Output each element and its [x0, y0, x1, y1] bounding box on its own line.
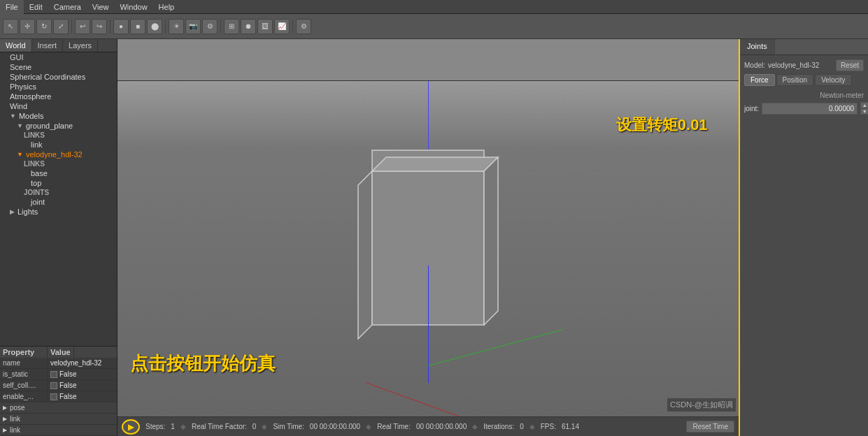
joint-icon[interactable]: ⚙	[202, 19, 218, 34]
menu-window[interactable]: Window	[114, 0, 152, 14]
left-tab-bar: World Insert Layers	[0, 39, 117, 52]
iterations-label: Iterations:	[483, 423, 514, 430]
checkbox-selfcoll[interactable]	[50, 382, 57, 389]
tree-item-base[interactable]: base	[0, 168, 117, 178]
spin-down-button[interactable]: ▼	[860, 108, 868, 115]
tree-item-spherical[interactable]: Spherical Coordinates	[0, 72, 117, 82]
prop-val-isstatic[interactable]: False	[48, 369, 117, 379]
tree-item-models[interactable]: ▼Models	[0, 111, 117, 121]
undo-icon[interactable]: ↩	[75, 19, 90, 34]
tree-item-lights[interactable]: ▶Lights	[0, 207, 117, 217]
menu-help[interactable]: Help	[153, 0, 180, 14]
tree-item-velodyne[interactable]: ▼velodyne_hdl-32	[0, 150, 117, 159]
tree-item-link-gp[interactable]: link	[0, 140, 117, 150]
prop-key-isstatic: is_static	[0, 369, 48, 379]
model-label-text: Model:	[744, 61, 765, 69]
prop-row-name: name velodyne_hdl-32	[0, 358, 117, 369]
grid-icon[interactable]: ⊞	[224, 19, 239, 34]
joint-spinner: ▲ ▼	[860, 102, 868, 115]
settings-icon[interactable]: ⚙	[296, 19, 311, 34]
fps-label: FPS:	[541, 423, 556, 430]
subtab-position[interactable]: Position	[776, 74, 814, 86]
prop-section-link2[interactable]: ▶ link	[0, 425, 117, 436]
menu-file[interactable]: File	[0, 0, 24, 14]
toolbar-sep-4	[220, 20, 221, 34]
simtime-value: 00 00:00:00.000	[310, 423, 360, 430]
chart-icon[interactable]: 📈	[274, 19, 290, 34]
left-panel: World Insert Layers GUI Scene Spherical …	[0, 39, 118, 436]
unit-label: Newton-meter	[744, 92, 864, 99]
pose-arrow-icon: ▶	[3, 405, 7, 411]
checkbox-enable[interactable]	[50, 393, 57, 400]
tree-item-top[interactable]: top	[0, 178, 117, 188]
tree-item-gui[interactable]: GUI	[0, 52, 117, 62]
cylinder-icon[interactable]: ⬤	[147, 19, 162, 34]
tab-world[interactable]: World	[0, 39, 32, 52]
record-icon[interactable]: ⏺	[241, 19, 256, 34]
toolbar-sep-1	[71, 20, 72, 34]
steps-value: 1	[171, 423, 175, 430]
camera-icon[interactable]: 📷	[185, 19, 201, 34]
sep4: ◆	[472, 423, 478, 430]
menu-edit[interactable]: Edit	[24, 0, 48, 14]
statusbar: ▶ Steps: 1 ◆ Real Time Factor: 0 ◆ Sim T…	[118, 416, 739, 436]
model-name-value: velodyne_hdl-32	[768, 61, 819, 69]
tree-item-ground-plane[interactable]: ▼ground_plane	[0, 121, 117, 131]
subtab-velocity[interactable]: Velocity	[815, 74, 851, 86]
subtab-force[interactable]: Force	[744, 74, 775, 86]
select-tool-icon[interactable]: ↖	[3, 19, 18, 34]
model-label-row: Model: velodyne_hdl-32 Reset	[744, 59, 864, 71]
redo-icon[interactable]: ↪	[92, 19, 107, 34]
tree-item-scene[interactable]: Scene	[0, 62, 117, 72]
prop-key-selfcoll: self_coll....	[0, 380, 48, 391]
prop-val-selfcoll[interactable]: False	[48, 380, 117, 391]
tree-item-atmosphere[interactable]: Atmosphere	[0, 92, 117, 101]
3d-scene[interactable]: 设置转矩0.01 点击按钮开始仿真	[118, 81, 739, 416]
tab-layers[interactable]: Layers	[63, 39, 98, 52]
scale-tool-icon[interactable]: ⤢	[53, 19, 69, 34]
iterations-value: 0	[520, 423, 524, 430]
tab-insert[interactable]: Insert	[32, 39, 64, 52]
prop-col-property: Property	[0, 347, 48, 358]
right-panel-content: Model: velodyne_hdl-32 Reset Force Posit…	[740, 55, 868, 122]
link1-arrow-icon: ▶	[3, 416, 7, 422]
menu-camera[interactable]: Camera	[48, 0, 87, 14]
screenshot-icon[interactable]: 🖼	[257, 19, 273, 34]
realtime-factor-label: Real Time Factor:	[192, 423, 247, 430]
watermark: CSDN-@生如昭调	[667, 398, 736, 412]
annotation-start-sim: 点击按钮开始仿真	[130, 351, 276, 376]
rotate-tool-icon[interactable]: ↻	[36, 19, 52, 34]
toolbar-sep-2	[110, 20, 111, 34]
link2-label: link	[10, 426, 20, 434]
sep1: ◆	[180, 423, 186, 430]
spin-up-button[interactable]: ▲	[860, 102, 868, 108]
menu-view[interactable]: View	[87, 0, 115, 14]
reset-button[interactable]: Reset	[836, 59, 864, 71]
tree-item-joint[interactable]: joint	[0, 197, 117, 207]
subtab-bar: Force Position Velocity	[744, 74, 864, 86]
sphere-icon[interactable]: ●	[113, 19, 129, 34]
toolbar-sep-3	[165, 20, 166, 34]
tree-item-wind[interactable]: Wind	[0, 101, 117, 111]
tree-item-physics[interactable]: Physics	[0, 82, 117, 92]
prop-section-pose[interactable]: ▶ pose	[0, 402, 117, 414]
light-icon[interactable]: ☀	[169, 19, 184, 34]
viewport-top-bar	[118, 39, 739, 81]
joint-value-input[interactable]	[762, 103, 858, 115]
realtime-factor-value: 0	[252, 423, 257, 430]
main-layout: World Insert Layers GUI Scene Spherical …	[0, 39, 868, 436]
fps-value: 61.14	[562, 423, 579, 430]
viewport[interactable]: 设置转矩0.01 点击按钮开始仿真 ▶ Steps: 1 ◆ Real Time…	[118, 39, 739, 436]
tree-section-links-gp: LINKS	[0, 131, 117, 140]
prop-col-value: Value	[48, 347, 74, 358]
play-button[interactable]: ▶	[122, 419, 140, 435]
gui-label: GUI	[10, 53, 24, 61]
checkbox-isstatic[interactable]	[50, 371, 57, 378]
prop-section-link1[interactable]: ▶ link	[0, 414, 117, 425]
prop-row-selfcoll: self_coll.... False	[0, 380, 117, 391]
box-icon[interactable]: ■	[130, 19, 145, 34]
prop-val-enable[interactable]: False	[48, 391, 117, 402]
translate-tool-icon[interactable]: ✛	[20, 19, 35, 34]
tab-joints[interactable]: Joints	[740, 39, 775, 54]
reset-time-button[interactable]: Reset Time	[686, 421, 734, 433]
